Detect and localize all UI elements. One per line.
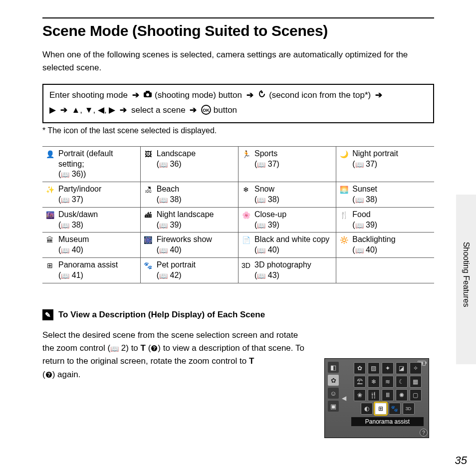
help-text: ) to — [126, 343, 140, 353]
svg-text:?: ? — [47, 372, 50, 378]
scene-label: Museum(📖 40) — [58, 235, 137, 255]
scene-cell: 👤Portrait (default setting;(📖 36)) — [45, 149, 137, 180]
scene-cell: 🐾Pet portrait(📖 42) — [144, 260, 235, 281]
scene-label: Snow(📖 38) — [254, 184, 333, 205]
help-heading: To View a Description (Help Display) of … — [58, 310, 265, 320]
grid-scene-icon: ❄ — [368, 376, 380, 388]
scene-cell: 🔆Backlighting(📖 40) — [339, 235, 431, 255]
scene-cell: ⊞Panorama assist(📖 41) — [45, 260, 137, 281]
scene-cell: 🖼Landscape(📖 36) — [144, 149, 235, 170]
scene-cell: 🏙Night landscape(📖 39) — [144, 210, 235, 231]
help-page: 2 — [121, 343, 126, 353]
ok-button-icon: OK — [201, 105, 211, 115]
svg-rect-1 — [146, 91, 150, 93]
grid-scene-icon: ✦ — [382, 362, 394, 374]
scene-icon: ❄ — [241, 184, 250, 194]
nav-text: select a scene — [131, 105, 186, 115]
grid-scene-icon: ◪ — [396, 362, 408, 374]
grid-scene-icon: ✿ — [354, 362, 366, 374]
nav-text: button — [214, 105, 237, 115]
scene-icon: 🏃 — [241, 149, 250, 159]
scene-icon: 🖼 — [144, 149, 153, 159]
mode-icon: ▣ — [328, 401, 339, 412]
grid-scene-icon: ✧ — [410, 362, 422, 374]
scene-cell: 🎆Fireworks show(📖 40) — [144, 235, 235, 255]
grid-scene-icon-selected: ⊞ — [375, 403, 387, 415]
scene-label: Panorama assist(📖 41) — [58, 260, 137, 281]
scene-label: Dusk/dawn(📖 38) — [58, 210, 137, 231]
scene-cell: 3D3D photography(📖 43) — [241, 260, 333, 281]
scene-label: Landscape(📖 36) — [157, 149, 235, 170]
scene-icon: 🌆 — [45, 210, 54, 220]
scene-icon: 3D — [241, 260, 250, 270]
grid-scene-icon: ✺ — [396, 389, 408, 401]
scene-label: Night portrait(📖 37) — [352, 149, 431, 170]
scene-label: Beach(📖 38) — [157, 184, 235, 205]
svg-text:OK: OK — [203, 108, 210, 113]
scene-label: Food(📖 39) — [352, 210, 431, 231]
scene-cell: 🌙Night portrait(📖 37) — [339, 149, 431, 170]
scene-icon — [257, 90, 269, 100]
scene-cell: ❄Snow(📖 38) — [241, 184, 333, 205]
intro-text: When one of the following scenes is sele… — [42, 48, 434, 75]
scene-label: Black and white copy(📖 40) — [254, 235, 333, 255]
left-arrow-icon: ◀ — [342, 361, 346, 436]
mode-icon: ◧ — [328, 362, 339, 373]
scene-cell: 🌅Sunset(📖 38) — [339, 184, 431, 205]
scene-icon: ⊞ — [45, 260, 54, 270]
lcd-caption: Panorama assist — [351, 417, 424, 426]
scene-label: Sunset(📖 38) — [352, 184, 431, 205]
mode-icon: ☺ — [328, 388, 339, 399]
grid-scene-icon: Ⅲ — [382, 389, 394, 401]
help-text: ) again. — [52, 370, 81, 379]
book-icon: 📖 — [110, 345, 119, 353]
scene-icon: 🏛 — [45, 235, 54, 244]
scene-icon: 🌙 — [339, 149, 348, 159]
scene-icon: 🏙 — [144, 210, 153, 220]
help-body: Select the desired scene from the scene … — [42, 329, 312, 381]
page-title: Scene Mode (Shooting Suited to Scenes) — [42, 22, 434, 39]
scene-cell: 🏛Museum(📖 40) — [45, 235, 137, 255]
scene-cell: ✨Party/indoor(📖 37) — [45, 184, 137, 205]
scene-icon: 🔆 — [339, 235, 348, 244]
svg-text:?: ? — [153, 346, 156, 351]
pencil-icon: ✎ — [42, 309, 53, 320]
grid-scene-icon: 🍴 — [368, 389, 380, 401]
scene-label: Close-up(📖 39) — [254, 210, 333, 231]
grid-scene-icon: ☾ — [396, 376, 408, 388]
scene-label: Pet portrait(📖 42) — [157, 260, 235, 281]
scene-icon: 👤 — [45, 149, 54, 159]
header-rule — [42, 17, 434, 18]
scene-label: Party/indoor(📖 37) — [58, 184, 137, 205]
nav-text: (shooting mode) button — [155, 90, 242, 100]
scene-icon: 🏖 — [144, 184, 153, 194]
mode-scene-icon: ✿ — [328, 375, 339, 386]
grid-scene-icon: ❀ — [354, 389, 366, 401]
scene-icon: 📄 — [241, 235, 250, 244]
scene-label: Night landscape(📖 39) — [157, 210, 235, 231]
scene-cell: 🍴Food(📖 39) — [339, 210, 431, 231]
grid-scene-icon: ◐ — [361, 403, 373, 415]
side-tab: Shooting Features — [456, 195, 476, 364]
help-text: ( — [146, 343, 151, 353]
arrow-icon: ➔ — [132, 90, 139, 100]
svg-point-3 — [261, 91, 263, 93]
scene-label: Fireworks show(📖 40) — [157, 235, 235, 255]
scene-icon: 🌸 — [241, 210, 250, 220]
t-glyph: T — [141, 343, 146, 353]
scene-cell: 🌆Dusk/dawn(📖 38) — [45, 210, 137, 231]
grid-scene-icon: 🐾 — [389, 403, 401, 415]
grid-scene-icon: ▢ — [410, 389, 422, 401]
scene-cell: 🏖Beach(📖 38) — [144, 184, 235, 205]
dpad-icons: ▶ ➔ ▲, ▼, ◀, ▶ — [49, 105, 115, 115]
scene-cell: 🏃Sports(📖 37) — [241, 149, 333, 170]
scene-label: Portrait (default setting;(📖 36)) — [58, 149, 137, 180]
t-glyph: T — [249, 356, 254, 366]
scene-icon: 🎆 — [144, 235, 153, 244]
grid-scene-icon: ⛱ — [354, 376, 366, 388]
camera-icon — [143, 90, 155, 100]
scene-label: Backlighting(📖 40) — [352, 235, 431, 255]
scene-cell: 📄Black and white copy(📖 40) — [241, 235, 333, 255]
scene-icon: 🐾 — [144, 260, 153, 270]
side-tab-label: Shooting Features — [462, 242, 471, 307]
